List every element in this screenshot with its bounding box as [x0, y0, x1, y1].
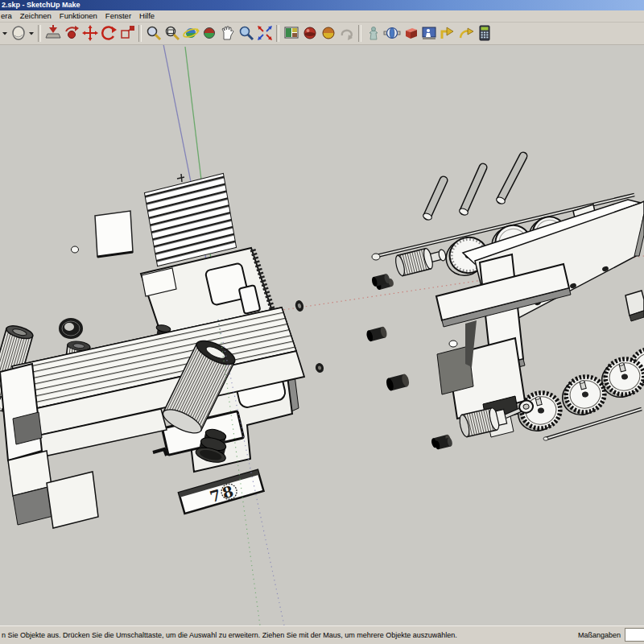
style-dropdown-right-button[interactable] [27, 24, 35, 43]
views-sphere-icon [383, 24, 401, 42]
curved-arrow-icon [457, 24, 475, 42]
zoom-region-icon [237, 24, 255, 42]
position-camera-button[interactable] [419, 24, 438, 43]
screen-person-icon [420, 24, 438, 42]
bent-arrow-icon [439, 24, 456, 42]
push-pull-button[interactable] [43, 24, 62, 43]
dropdown-arrow-icon [1, 24, 9, 42]
scale-button[interactable] [118, 24, 136, 43]
pan-hand-icon [219, 24, 237, 42]
menu-kamera-partial[interactable]: era [0, 11, 16, 20]
turn-arrow-button[interactable] [438, 24, 456, 43]
follow-me-button[interactable] [62, 24, 80, 43]
measurements-label: Maßangaben [578, 631, 621, 639]
materials-icon [283, 24, 300, 42]
measurements-input[interactable] [625, 628, 644, 642]
gear-2[interactable] [559, 372, 609, 418]
menu-zeichnen[interactable]: Zeichnen [16, 11, 56, 20]
scale-icon [118, 24, 136, 42]
frame-end-block[interactable] [625, 291, 644, 321]
zoom-window-button[interactable] [163, 24, 181, 43]
orbit-button[interactable] [181, 24, 200, 43]
dropdown-arrow-icon [27, 24, 35, 42]
rotate-icon [100, 24, 118, 42]
styles-red-button[interactable] [300, 24, 319, 43]
circle-tool-icon [10, 24, 27, 42]
camera-figure-button[interactable] [364, 24, 382, 43]
toolbar-separator [38, 25, 41, 42]
orbit-icon [182, 24, 200, 42]
small-knob[interactable] [72, 246, 79, 253]
small-bushing-1[interactable] [365, 326, 388, 342]
window-title: 2.skp - SketchUp Make [2, 1, 80, 9]
menu-funktionen[interactable]: Funktionen [56, 11, 101, 20]
torus-ring[interactable] [59, 318, 83, 339]
view-box-button[interactable] [401, 24, 419, 43]
calculator-icon [476, 24, 493, 42]
status-message: n Sie Objekte aus. Drücken Sie die Umsch… [2, 631, 575, 639]
toolbar-separator [138, 25, 142, 42]
styles-shaded-button[interactable] [319, 24, 337, 43]
figure-icon [365, 24, 382, 42]
look-around-icon [200, 24, 218, 42]
zoom-extents-button[interactable] [255, 24, 274, 43]
small-bushing-2[interactable] [385, 373, 410, 391]
small-washer-2[interactable] [315, 362, 325, 374]
zoom-region-button[interactable] [237, 24, 255, 43]
undo-disabled-button[interactable] [337, 24, 356, 43]
toolbar-separator [358, 25, 361, 42]
model-canvas[interactable]: 78 [0, 45, 644, 625]
walk-button[interactable] [456, 24, 475, 43]
box-icon [402, 24, 419, 42]
zoom-extents-icon [256, 24, 274, 42]
look-around-button[interactable] [200, 24, 218, 43]
small-washer-1[interactable] [294, 299, 304, 312]
zoom-icon [145, 24, 163, 42]
rotate-button[interactable] [99, 24, 118, 43]
styles-sphere-icon [301, 24, 319, 42]
zoom-window-icon [163, 24, 181, 42]
title-bar[interactable]: 2.skp - SketchUp Make [0, 0, 644, 10]
follow-me-icon [63, 24, 80, 42]
axle-pin-1[interactable] [423, 180, 444, 221]
measurements-calculator-button[interactable] [475, 24, 493, 43]
menu-fenster[interactable]: Fenster [101, 11, 135, 20]
materials-button[interactable] [282, 24, 300, 43]
plate-bracket[interactable] [153, 449, 167, 456]
sketchup-window: 2.skp - SketchUp Make era Zeichnen Funkt… [0, 0, 644, 644]
main-toolbar [0, 23, 644, 44]
styles-shaded-icon [320, 24, 337, 42]
circle-tool-button[interactable] [9, 24, 27, 43]
loco-roof-panel[interactable] [145, 174, 236, 266]
toolbar-separator [276, 25, 279, 42]
menu-bar: era Zeichnen Funktionen Fenster Hilfe [0, 10, 644, 23]
orbit-views-button[interactable] [382, 24, 401, 43]
undo-arrow-icon [338, 24, 356, 42]
move-button[interactable] [80, 24, 99, 43]
menu-hilfe[interactable]: Hilfe [135, 11, 159, 20]
cab-window-square[interactable] [95, 211, 133, 257]
viewport-3d[interactable]: 78 [0, 45, 644, 625]
pan-button[interactable] [218, 24, 237, 43]
style-dropdown-left-button[interactable] [1, 24, 9, 43]
push-pull-icon [44, 24, 62, 42]
number-plate[interactable]: 78 [179, 469, 263, 513]
move-icon [81, 24, 99, 42]
axle-pin-3[interactable] [496, 156, 523, 204]
zoom-button[interactable] [144, 24, 163, 43]
axle-pin-2[interactable] [459, 167, 483, 216]
status-bar: n Sie Objekte aus. Drücken Sie die Umsch… [0, 625, 644, 644]
